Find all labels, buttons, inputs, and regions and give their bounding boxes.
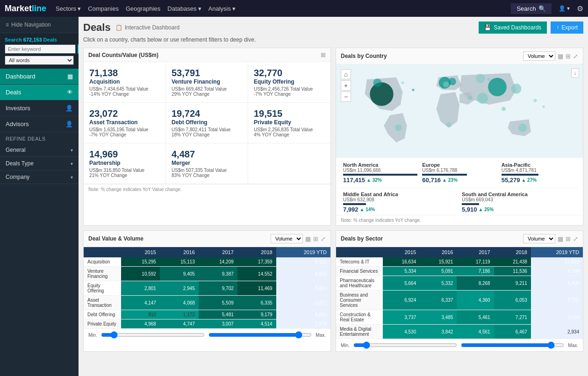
sidebar-filter-company[interactable]: Company ▾ (0, 170, 79, 184)
acquisition-name: Acquisition (89, 78, 160, 85)
export-icon: ↑ (556, 24, 559, 31)
table-row[interactable]: Construction & Real Estate3,7373,4855,46… (336, 310, 583, 325)
export-button[interactable]: ↑ Export (551, 21, 583, 34)
sidebar-filter-deals-type[interactable]: Deals Type ▾ (0, 157, 79, 170)
sidebar-item-dashboard[interactable]: Dashboard ▦ (0, 69, 79, 85)
table-row[interactable]: Media & Digital Entertainment4,5303,8424… (336, 325, 583, 339)
col-label-header (84, 247, 121, 257)
sector-row-label: Media & Digital Entertainment (336, 325, 383, 339)
nav-sectors[interactable]: Sectors ▾ (56, 5, 81, 12)
region-north-america[interactable]: North America US$m 11,096,666 117,415 ▲ … (341, 160, 420, 185)
deal-cards: 71,138 Acquisition US$m 7,434,645 Total … (84, 62, 330, 184)
col-2019-header: 2019 YTD (276, 247, 330, 257)
table-row[interactable]: Asset Transaction4,1474,0685,5096,3353,0… (84, 296, 330, 310)
table-icon-vv[interactable]: ⊞ (313, 235, 318, 242)
deal-card-debt[interactable]: 19,724 Debt Offering US$m 7,802,411 Tota… (166, 103, 248, 143)
table-row[interactable]: Financial Services5,3345,0917,18611,5364… (336, 267, 583, 276)
svg-point-10 (373, 78, 382, 87)
region-europe[interactable]: Europe US$m 6,176,788 60,716 ▲ 23% (420, 160, 499, 185)
deal-card-private-equity[interactable]: 19,515 Private Equity US$m 2,256,835 Tot… (248, 103, 330, 143)
page-description: Click on a country, charts below or use … (83, 36, 583, 43)
deal-card-acquisition[interactable]: 71,138 Acquisition US$m 7,434,645 Total … (84, 62, 166, 103)
sector-row-value: 7,271 (494, 310, 531, 325)
search-button[interactable]: Search 🔍 (511, 3, 551, 14)
equity-name: Equity Offering (254, 78, 325, 85)
world-map-container[interactable]: ⌂ + − ↓ (336, 64, 583, 158)
deal-card-merger[interactable]: 4,487 Merger US$m 507,335 Total Value 83… (166, 143, 248, 184)
collapse-icon[interactable]: ⊠ (321, 51, 326, 58)
nav-databases[interactable]: Databases ▾ (167, 5, 201, 12)
map-download-button[interactable]: ↓ (571, 68, 580, 78)
acquisition-change: -14% YOY Change (89, 92, 160, 97)
deal-card-partnership[interactable]: 14,969 Partnership US$m 316,850 Total Va… (84, 143, 166, 184)
region-bar-na (343, 174, 417, 176)
svg-point-13 (502, 107, 506, 111)
chart-icon-vv[interactable]: ▦ (305, 235, 311, 242)
slider-min-input[interactable] (101, 331, 205, 339)
sidebar-item-advisors[interactable]: Advisors 👤 (0, 116, 79, 132)
deal-card-asset[interactable]: 23,072 Asset Transaction US$m 1,635,196 … (84, 103, 166, 143)
region-south-america[interactable]: South and Central America US$m 669,043 5… (459, 190, 578, 215)
partnership-change: 21% YOY Change (89, 173, 160, 178)
sector-col-label (336, 247, 383, 257)
sector-volume-select[interactable]: Volume (523, 234, 555, 243)
row-value: 5,853 (276, 281, 330, 296)
expand-icon-sector[interactable]: ⤢ (573, 235, 578, 242)
partnership-name: Partnership (89, 160, 160, 166)
nav-analysis[interactable]: Analysis ▾ (208, 5, 236, 12)
map-home-button[interactable]: ⌂ (341, 69, 351, 79)
main-layout: ≡ Hide Navigation Search 672,153 Deals 🔍… (0, 17, 588, 376)
sidebar-filter-general[interactable]: General ▾ (0, 143, 79, 157)
row-value: 2,801 (121, 281, 160, 296)
country-volume-select[interactable]: Volume (523, 51, 555, 61)
nav-companies[interactable]: Companies (88, 5, 119, 12)
nav-geographies[interactable]: Geographies (126, 5, 160, 12)
table-icon-sector[interactable]: ⊞ (566, 235, 571, 242)
map-zoom-out-button[interactable]: − (341, 92, 351, 102)
venture-value: US$m 669,482 Total Value (172, 86, 242, 92)
table-row[interactable]: Venture Financing10,5929,4059,38714,5529… (84, 267, 330, 281)
table-icon[interactable]: ⊞ (566, 53, 571, 60)
expand-icon[interactable]: ⤢ (573, 53, 578, 60)
saved-dashboards-button[interactable]: 💾 Saved Dashboards (479, 21, 547, 34)
table-row[interactable]: Equity Offering2,8012,9459,70211,4695,85… (84, 281, 330, 296)
sidebar: ≡ Hide Navigation Search 672,153 Deals 🔍… (0, 17, 79, 376)
search-type-dropdown[interactable]: All words (5, 56, 74, 65)
settings-icon[interactable]: ⚙ (577, 4, 583, 13)
map-zoom-in-button[interactable]: + (341, 80, 351, 91)
chart-icon-sector[interactable]: ▦ (558, 235, 563, 242)
svg-point-8 (395, 124, 402, 131)
region-asia-pacific[interactable]: Asia-Pacific US$m 4,871,781 55,279 ▲ 27% (499, 160, 578, 185)
slider-max-input[interactable] (208, 331, 312, 339)
sidebar-item-deals[interactable]: Deals 👁 (0, 85, 79, 100)
table-row[interactable]: Telecoms & IT16,63415,92117,11921,43811,… (336, 257, 583, 267)
row-value: 3,082 (276, 310, 330, 319)
row-value: 10,592 (121, 267, 160, 281)
table-row[interactable]: Pharmaceuticals and Healthcare5,6645,332… (336, 276, 583, 291)
table-row[interactable]: Business and Consumer Services6,9246,337… (336, 291, 583, 310)
deal-card-equity[interactable]: 32,770 Equity Offering US$m 2,456,726 To… (248, 62, 330, 103)
sector-slider-max[interactable] (461, 341, 565, 349)
svg-point-9 (446, 122, 452, 128)
deal-value-volume-title: Deal Value & Volume (88, 235, 143, 242)
row-value: 4,968 (121, 319, 160, 329)
value-volume-select[interactable]: Volume (271, 234, 303, 243)
region-middle-east[interactable]: Middle East and Africa US$m 632,908 7,99… (341, 190, 459, 215)
sector-col-2015: 2015 (383, 247, 420, 257)
table-row[interactable]: Debt Offering8101,1725,4819,1793,082 (84, 310, 330, 319)
sector-row-value: 9,211 (494, 276, 531, 291)
sidebar-item-investors[interactable]: Investors 👤 (0, 100, 79, 116)
hide-navigation-button[interactable]: ≡ Hide Navigation (0, 17, 79, 33)
chart-icon[interactable]: ▦ (558, 53, 563, 60)
deal-counts-panel: Deal Counts/Value (US$m) ⊠ 71,138 Acquis… (83, 48, 331, 226)
table-row[interactable]: Private Equity4,9684,7473,0074,5142,279 (84, 319, 330, 329)
table-row[interactable]: Acquisition15,29515,11314,20917,3599,162 (84, 257, 330, 267)
logo[interactable]: Marketline (5, 4, 46, 14)
search-input[interactable] (5, 44, 76, 54)
sector-col-2017: 2017 (457, 247, 494, 257)
expand-icon-vv[interactable]: ⤢ (321, 235, 326, 242)
row-value: 15,113 (160, 257, 199, 267)
sector-slider-min[interactable] (353, 341, 457, 349)
deal-card-venture[interactable]: 53,791 Venture Financing US$m 669,482 To… (166, 62, 248, 103)
user-icon[interactable]: 👤 ▾ (559, 5, 570, 12)
